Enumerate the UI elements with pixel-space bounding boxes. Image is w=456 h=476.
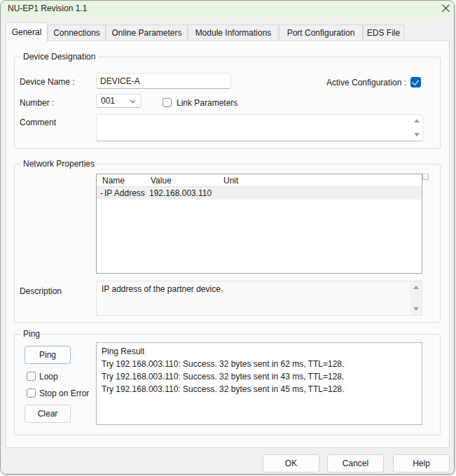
cancel-button-label: Cancel: [343, 458, 368, 468]
close-button[interactable]: [436, 0, 455, 18]
comment-scrollbar[interactable]: [410, 115, 422, 141]
link-parameters-label: Link Parameters: [177, 98, 237, 108]
tab-general-label: General: [12, 27, 42, 37]
tab-port-configuration[interactable]: Port Configuration: [279, 24, 363, 41]
scroll-up-icon: [414, 119, 420, 122]
ok-button[interactable]: OK: [263, 454, 319, 472]
device-settings-dialog: NU-EP1 Revision 1.1 General Connections …: [0, 0, 455, 475]
tab-eds-file-label: EDS File: [367, 28, 400, 38]
tab-connections-label: Connections: [53, 28, 100, 38]
comment-label: Comment: [20, 118, 56, 127]
device-name-input[interactable]: DEVICE-A: [96, 73, 231, 89]
network-properties-group-label: Network Properties: [20, 159, 97, 169]
row-value: 192.168.003.110: [149, 188, 212, 198]
ping-result-line: Try 192.168.003.110: Success. 32 bytes s…: [102, 383, 422, 396]
device-name-value: DEVICE-A: [100, 76, 140, 86]
ping-result-line: Try 192.168.003.110: Success. 32 bytes s…: [102, 358, 422, 370]
active-configuration-label: Active Configuration :: [326, 78, 406, 88]
tab-online-parameters[interactable]: Online Parameters: [106, 24, 188, 41]
link-parameters-checkbox[interactable]: [163, 98, 172, 107]
chevron-down-icon: [130, 98, 135, 102]
close-icon: [442, 4, 450, 12]
active-configuration-checkbox[interactable]: [410, 77, 421, 88]
column-header-unit[interactable]: Unit: [223, 176, 238, 186]
scroll-down-icon: [413, 307, 419, 311]
column-header-value[interactable]: Value: [151, 176, 172, 186]
clear-button-label: Clear: [38, 409, 58, 419]
description-label: Description: [20, 286, 62, 296]
tab-eds-file[interactable]: EDS File: [363, 24, 404, 41]
titlebar: NU-EP1 Revision 1.1: [0, 0, 455, 18]
scroll-down-icon: [414, 133, 420, 136]
description-text: IP address of the partner device.: [102, 284, 223, 294]
number-value: 001: [101, 96, 115, 106]
loop-checkbox[interactable]: [27, 372, 36, 381]
tab-port-configuration-label: Port Configuration: [287, 28, 355, 38]
tab-module-informations[interactable]: Module Informations: [188, 24, 279, 41]
row-name: IP Address: [104, 188, 145, 198]
number-label: Number :: [20, 98, 54, 108]
ping-result-line: Ping Result: [102, 345, 422, 358]
table-row[interactable]: - IP Address 192.168.003.110: [97, 187, 422, 200]
help-button[interactable]: Help: [393, 454, 450, 472]
loop-label: Loop: [39, 372, 58, 382]
ping-button[interactable]: Ping: [25, 346, 71, 364]
tab-general[interactable]: General: [6, 22, 48, 41]
tab-module-informations-label: Module Informations: [195, 28, 272, 38]
ping-result-line: Try 192.168.003.110: Success. 32 bytes s…: [102, 370, 422, 383]
row-expander[interactable]: -: [100, 188, 103, 198]
device-name-label: Device Name :: [20, 77, 75, 87]
description-scrollbar[interactable]: [410, 281, 422, 315]
stop-on-error-checkbox[interactable]: [27, 388, 36, 398]
scroll-up-icon: [413, 286, 419, 289]
ping-button-label: Ping: [39, 350, 56, 360]
ping-result-box[interactable]: Ping Result Try 192.168.003.110: Success…: [96, 342, 422, 425]
clear-button[interactable]: Clear: [25, 405, 71, 423]
column-header-name[interactable]: Name: [102, 176, 125, 186]
device-designation-group-label: Device Designation: [20, 52, 98, 62]
network-properties-table[interactable]: Name Value Unit - IP Address 192.168.003…: [96, 174, 422, 274]
ping-group-label: Ping: [20, 329, 43, 339]
cancel-button[interactable]: Cancel: [327, 454, 384, 472]
description-box: IP address of the partner device.: [96, 281, 422, 316]
comment-input[interactable]: [96, 114, 423, 141]
number-select[interactable]: 001: [96, 94, 141, 108]
help-button-label: Help: [413, 458, 430, 468]
table-header: Name Value Unit: [97, 174, 422, 187]
table-corner-button[interactable]: [422, 174, 429, 180]
window-title: NU-EP1 Revision 1.1: [8, 4, 87, 13]
ok-button-label: OK: [285, 458, 297, 468]
stop-on-error-label: Stop on Error: [39, 388, 89, 398]
tab-online-parameters-label: Online Parameters: [111, 28, 181, 38]
tab-connections[interactable]: Connections: [48, 24, 106, 41]
